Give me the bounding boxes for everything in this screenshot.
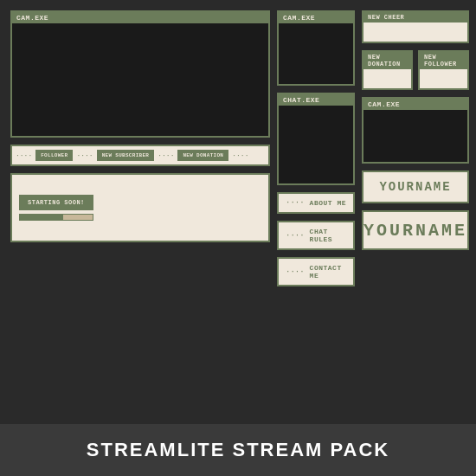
about-me-label: ABOUT ME <box>310 199 346 207</box>
middle-column: CAM.EXE CHAT.EXE ···· ABOUT ME ···· CHAT… <box>277 10 355 414</box>
footer: STREAMLITE STREAM PACK <box>0 424 476 476</box>
cam-top-right-titlebar: CAM.EXE <box>279 12 353 23</box>
progress-bar-container <box>19 214 93 221</box>
cam-right-content <box>363 110 467 162</box>
chat-dots-icon: ···· <box>286 232 305 240</box>
contact-me-label: CONTACT ME <box>310 264 346 280</box>
cam-top-right-window: CAM.EXE <box>277 10 355 86</box>
new-donation-body <box>363 69 411 88</box>
cam-right-window: CAM.EXE <box>362 97 469 164</box>
starting-soon-label: STARTING SOON! <box>19 195 93 210</box>
new-cheer-body <box>363 23 467 42</box>
cam-right-titlebar: CAM.EXE <box>363 99 467 110</box>
alert-dots-2: ···· <box>76 151 93 159</box>
right-column: NEW CHEER NEW DONATION NEW FOLLOWER CAM.… <box>362 10 469 414</box>
alert-dots-4: ···· <box>232 151 248 159</box>
main-cam-content <box>12 23 268 136</box>
new-donation-box: NEW DONATION <box>362 50 413 90</box>
main-area: CAM.EXE ···· FOLLOWER ···· NEW SUBSCRIBE… <box>0 0 476 424</box>
alerts-row: NEW DONATION NEW FOLLOWER <box>362 50 469 90</box>
about-dots-icon: ···· <box>286 199 305 207</box>
progress-bar-fill <box>20 215 63 220</box>
chat-titlebar: CHAT.EXE <box>279 94 353 106</box>
main-cam-window: CAM.EXE <box>10 10 270 138</box>
alert-dots-1: ···· <box>16 151 32 159</box>
alert-dots-3: ···· <box>158 151 174 159</box>
new-cheer-title: NEW CHEER <box>363 12 467 23</box>
new-donation-title: NEW DONATION <box>363 52 411 69</box>
yourname-large-text: YOURNAME <box>363 221 467 241</box>
alert-subscriber: NEW SUBSCRIBER <box>97 150 155 161</box>
footer-title: STREAMLITE STREAM PACK <box>87 439 389 461</box>
main-cam-titlebar: CAM.EXE <box>12 12 268 23</box>
cam-top-right-content <box>279 23 353 84</box>
chat-rules-label: CHAT RULES <box>310 228 346 243</box>
chat-window: CHAT.EXE <box>277 93 355 185</box>
new-cheer-box: NEW CHEER <box>362 10 469 43</box>
yourname-large-box: YOURNAME <box>362 210 469 250</box>
about-me-button[interactable]: ···· ABOUT ME <box>277 192 355 214</box>
yourname-small-box: YOURNAME <box>362 170 469 203</box>
yourname-small-text: YOURNAME <box>379 180 451 194</box>
starting-inner: STARTING SOON! <box>19 195 93 221</box>
left-column: CAM.EXE ···· FOLLOWER ···· NEW SUBSCRIBE… <box>10 10 270 414</box>
contact-me-button[interactable]: ···· CONTACT ME <box>277 257 355 286</box>
starting-panel: STARTING SOON! <box>10 173 270 242</box>
contact-dots-icon: ···· <box>286 268 305 276</box>
alert-follower: FOLLOWER <box>35 150 73 161</box>
new-follower-box: NEW FOLLOWER <box>418 50 469 90</box>
new-follower-title: NEW FOLLOWER <box>420 52 467 69</box>
chat-content <box>279 106 353 183</box>
chat-rules-button[interactable]: ···· CHAT RULES <box>277 221 355 250</box>
new-follower-body <box>420 69 467 88</box>
alert-donation: NEW DONATION <box>177 150 228 161</box>
alert-bar: ···· FOLLOWER ···· NEW SUBSCRIBER ···· N… <box>10 145 270 166</box>
